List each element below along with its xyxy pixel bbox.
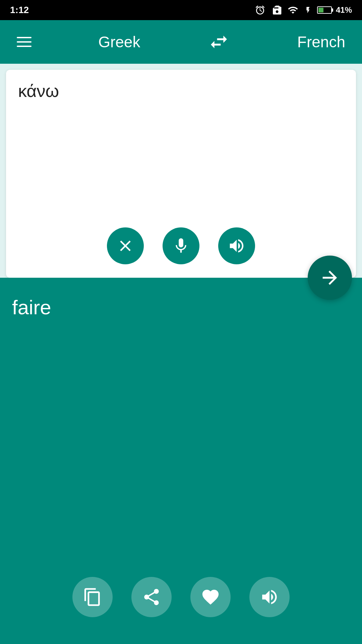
toolbar: Greek French [0,20,362,64]
mic-button[interactable] [163,227,199,264]
source-language[interactable]: Greek [98,33,140,51]
speak-output-button[interactable] [249,577,290,617]
status-bar: 1:12 41% [0,0,362,20]
translated-text: faire [12,296,51,319]
speak-source-button[interactable] [218,227,255,264]
clear-button[interactable] [107,227,144,264]
battery-percent: 41% [336,5,352,15]
input-wrapper: κάνω [0,64,362,278]
translate-button[interactable] [308,256,352,300]
panels-container: κάνω faire [0,64,362,644]
alarm-icon [255,5,265,15]
menu-button[interactable] [17,37,32,47]
target-language[interactable]: French [297,33,345,51]
favorite-button[interactable] [190,577,231,617]
copy-button[interactable] [72,577,113,617]
share-button[interactable] [131,577,172,617]
charging-icon [304,5,312,15]
battery-indicator: 41% [317,5,352,15]
source-text-input[interactable]: κάνω [18,80,344,221]
output-panel: faire [0,278,362,644]
input-panel: κάνω [6,70,356,278]
output-actions [0,577,362,617]
status-icons: 41% [255,5,352,15]
input-actions [18,227,344,264]
signal-icon [287,5,299,15]
sim-icon [271,5,282,15]
swap-languages-button[interactable] [207,30,231,54]
status-time: 1:12 [10,5,29,15]
